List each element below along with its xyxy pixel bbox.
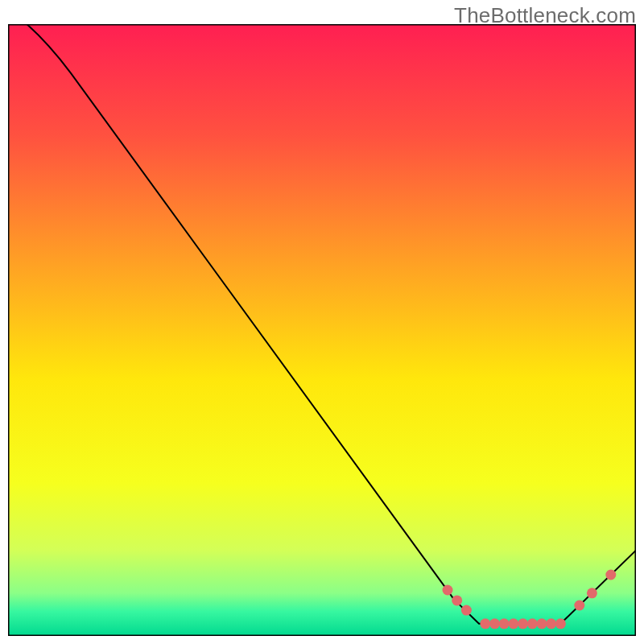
data-point — [452, 595, 462, 605]
data-point — [555, 618, 566, 629]
data-point — [527, 618, 538, 629]
data-point — [489, 618, 500, 629]
data-point — [574, 601, 584, 611]
data-point — [499, 618, 510, 629]
data-point — [605, 570, 616, 580]
chart-svg — [8, 24, 636, 636]
data-point — [537, 618, 547, 629]
data-point — [461, 605, 472, 616]
data-point — [518, 618, 528, 629]
data-point — [587, 588, 597, 598]
chart-container: TheBottleneck.com — [0, 0, 644, 644]
data-point — [480, 618, 490, 629]
data-point — [508, 618, 518, 629]
data-point — [443, 585, 453, 596]
data-point — [546, 618, 556, 629]
